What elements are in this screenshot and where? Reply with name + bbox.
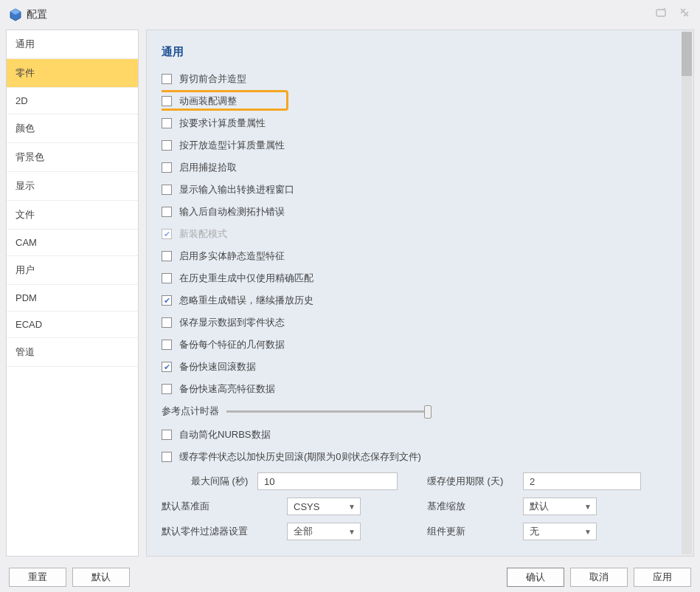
check-label: 自动简化NURBS数据 — [179, 428, 271, 441]
cancel-button[interactable]: 取消 — [570, 568, 628, 587]
check-row: 在历史重生成中仅使用精确匹配 — [162, 272, 674, 285]
check-label: 备份每个特征的几何数据 — [179, 338, 285, 351]
label-component-update: 组件更新 — [427, 525, 523, 538]
sidebar-item-3[interactable]: 颜色 — [7, 114, 138, 143]
checkbox[interactable] — [162, 118, 172, 128]
checkbox[interactable] — [162, 340, 172, 350]
sidebar-item-1[interactable]: 零件 — [7, 59, 138, 88]
sidebar-item-0[interactable]: 通用 — [7, 30, 138, 59]
check-row: 忽略重生成错误，继续播放历史 — [162, 294, 674, 307]
check-row: 按要求计算质量属性 — [162, 117, 674, 130]
ok-button[interactable]: 确认 — [507, 568, 564, 587]
sidebar-item-10[interactable]: ECAD — [7, 312, 138, 338]
window-buttons — [656, 7, 691, 19]
checkbox[interactable] — [162, 96, 172, 106]
content-wrap: 通用 剪切前合并造型动画装配调整按要求计算质量属性按开放造型计算质量属性启用捕捉… — [139, 30, 694, 557]
check-row: 备份每个特征的几何数据 — [162, 338, 674, 351]
checks-area-2: 自动简化NURBS数据缓存零件状态以加快历史回滚(期限为0则状态保存到文件) — [162, 428, 674, 464]
checkbox[interactable] — [162, 251, 172, 261]
checkbox[interactable] — [162, 452, 172, 462]
checkbox[interactable] — [162, 74, 172, 84]
row-cache: 最大间隔 (秒) 10 缓存使用期限 (天) 2 — [162, 472, 674, 490]
close-icon[interactable] — [679, 7, 691, 19]
sidebar-item-8[interactable]: 用户 — [7, 256, 138, 285]
checkbox[interactable] — [162, 185, 172, 195]
slider-label: 参考点计时器 — [162, 405, 219, 418]
check-row: 新装配模式 — [162, 227, 674, 241]
app-icon — [9, 8, 22, 21]
apply-button[interactable]: 应用 — [634, 568, 691, 587]
checkbox[interactable] — [162, 362, 172, 372]
body: 通用零件2D颜色背景色显示文件CAM用户PDMECAD管道 通用 剪切前合并造型… — [0, 30, 700, 562]
sidebar-item-9[interactable]: PDM — [7, 285, 138, 312]
combo-default-filter[interactable]: 全部▼ — [287, 523, 361, 540]
checkbox[interactable] — [162, 162, 172, 173]
label-default-filter: 默认零件过滤器设置 — [162, 525, 287, 538]
checkbox[interactable] — [162, 295, 172, 306]
row-datum: 默认基准面 CSYS▼ 基准缩放 默认▼ — [162, 498, 674, 515]
sidebar: 通用零件2D颜色背景色显示文件CAM用户PDMECAD管道 — [6, 30, 139, 557]
checkbox — [162, 229, 172, 239]
check-label: 启用多实体静态造型特征 — [179, 249, 285, 263]
label-max-interval: 最大间隔 (秒) — [162, 475, 257, 488]
check-label: 启用捕捉拾取 — [179, 161, 237, 174]
input-max-interval[interactable]: 10 — [257, 472, 398, 490]
minimize-icon[interactable] — [656, 7, 668, 19]
content-scrollbar[interactable] — [682, 32, 692, 554]
slider-track[interactable] — [226, 410, 426, 413]
check-row: 剪切前合并造型 — [162, 72, 674, 86]
sidebar-item-6[interactable]: 文件 — [7, 201, 138, 230]
check-label: 输入后自动检测拓扑错误 — [179, 205, 285, 218]
row-filter: 默认零件过滤器设置 全部▼ 组件更新 无▼ — [162, 523, 674, 540]
titlebar: 配置 — [0, 0, 700, 30]
check-row: 备份快速回滚数据 — [162, 360, 674, 374]
checkbox[interactable] — [162, 273, 172, 283]
svg-rect-2 — [656, 10, 665, 16]
label-default-datum: 默认基准面 — [162, 500, 287, 513]
section-title: 通用 — [162, 45, 674, 59]
check-row: 显示输入输出转换进程窗口 — [162, 183, 674, 196]
check-row: 备份快速高亮特征数据 — [162, 382, 674, 396]
slider-thumb[interactable] — [424, 405, 432, 419]
check-row: 启用多实体静态造型特征 — [162, 249, 674, 263]
combo-datum-scale[interactable]: 默认▼ — [523, 498, 597, 515]
content-panel: 通用 剪切前合并造型动画装配调整按要求计算质量属性按开放造型计算质量属性启用捕捉… — [146, 30, 694, 557]
checkbox[interactable] — [162, 207, 172, 217]
label-datum-scale: 基准缩放 — [427, 500, 523, 513]
check-row: 动画装配调整 — [162, 94, 674, 108]
check-label: 新装配模式 — [179, 227, 227, 241]
checkbox[interactable] — [162, 140, 172, 151]
chevron-down-icon: ▼ — [584, 528, 592, 536]
check-label: 按要求计算质量属性 — [179, 117, 266, 130]
checks-area: 剪切前合并造型动画装配调整按要求计算质量属性按开放造型计算质量属性启用捕捉拾取显… — [162, 72, 674, 396]
config-window: 配置 通用零件2D颜色背景色显示文件CAM用户PDMECAD管道 通用 剪切前合… — [0, 0, 700, 592]
slider-row: 参考点计时器 — [162, 405, 674, 418]
combo-component-update[interactable]: 无▼ — [523, 523, 597, 540]
window-title: 配置 — [27, 8, 47, 21]
checkbox[interactable] — [162, 384, 172, 394]
check-row: 保存显示数据到零件状态 — [162, 316, 674, 329]
checkbox[interactable] — [162, 430, 172, 440]
sidebar-item-5[interactable]: 显示 — [7, 172, 138, 201]
check-label: 保存显示数据到零件状态 — [179, 316, 285, 329]
check-label: 在历史重生成中仅使用精确匹配 — [179, 272, 313, 285]
check-label: 备份快速高亮特征数据 — [179, 382, 275, 396]
sidebar-item-4[interactable]: 背景色 — [7, 143, 138, 172]
reset-button[interactable]: 重置 — [9, 568, 66, 587]
check-row: 缓存零件状态以加快历史回滚(期限为0则状态保存到文件) — [162, 450, 674, 464]
default-button[interactable]: 默认 — [72, 568, 130, 587]
content-scroll[interactable]: 通用 剪切前合并造型动画装配调整按要求计算质量属性按开放造型计算质量属性启用捕捉… — [162, 45, 679, 548]
check-row: 按开放造型计算质量属性 — [162, 139, 674, 152]
check-label: 显示输入输出转换进程窗口 — [179, 183, 294, 196]
combo-default-datum[interactable]: CSYS▼ — [287, 498, 361, 515]
input-cache-days[interactable]: 2 — [523, 472, 641, 490]
checkbox[interactable] — [162, 317, 172, 328]
footer: 重置 默认 确认 取消 应用 — [0, 562, 700, 592]
check-label: 缓存零件状态以加快历史回滚(期限为0则状态保存到文件) — [179, 450, 421, 464]
sidebar-item-2[interactable]: 2D — [7, 88, 138, 114]
chevron-down-icon: ▼ — [348, 503, 356, 511]
sidebar-item-7[interactable]: CAM — [7, 230, 138, 256]
label-cache-days: 缓存使用期限 (天) — [427, 475, 523, 488]
check-label: 忽略重生成错误，继续播放历史 — [179, 294, 313, 307]
sidebar-item-11[interactable]: 管道 — [7, 338, 138, 367]
